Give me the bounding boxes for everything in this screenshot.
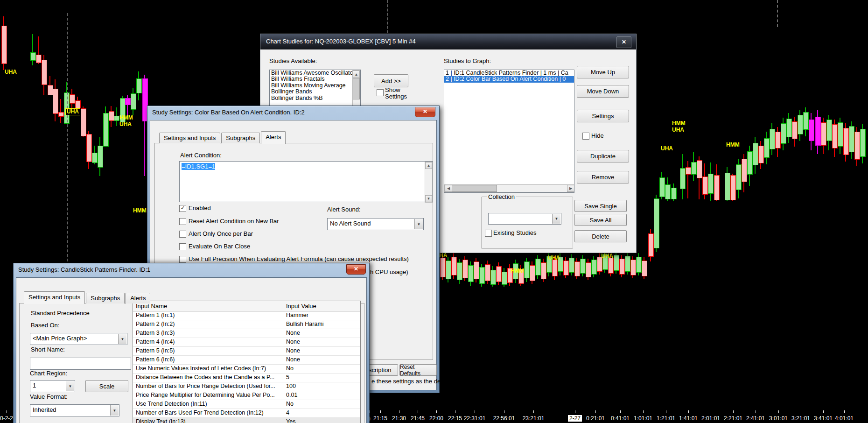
- alert-condition-scrollbar[interactable]: ▲ ▼: [425, 162, 433, 203]
- duplicate-button[interactable]: Duplicate: [577, 150, 629, 162]
- scroll-down-icon[interactable]: ▼: [425, 195, 432, 202]
- evaluate-on-bar-checkbox[interactable]: [179, 243, 186, 250]
- table-row[interactable]: Number of Bars Used For Trend Detection …: [133, 409, 360, 418]
- scroll-up-icon[interactable]: ▲: [353, 70, 360, 78]
- table-row[interactable]: Pattern 3 (In:3)None: [133, 329, 360, 338]
- candle-wick: [60, 99, 61, 123]
- close-icon[interactable]: ✕: [415, 107, 435, 117]
- input-value-cell: 4: [283, 409, 360, 417]
- chart-region-combobox[interactable]: 1 ▼: [30, 380, 75, 392]
- studies-to-graph-hscrollbar[interactable]: ◀ ▶: [444, 184, 574, 192]
- candle-body: [58, 112, 64, 117]
- candle-body: [758, 146, 764, 163]
- table-row[interactable]: Display Text (In:13)Yes: [133, 418, 360, 423]
- alert-only-once-checkbox[interactable]: [179, 231, 186, 238]
- candle-body: [691, 162, 697, 175]
- reset-defaults-button[interactable]: Reset Defaults: [399, 364, 437, 376]
- time-axis-tick: [533, 410, 534, 413]
- candle-body: [103, 113, 109, 147]
- collection-combobox[interactable]: ▼: [488, 213, 561, 225]
- table-row[interactable]: Price Range Multiplier for Determining V…: [133, 391, 360, 400]
- study-list-item[interactable]: Bill Williams Awesome Oscillator: [270, 70, 360, 76]
- tab-subgraphs[interactable]: Subgraphs: [221, 133, 260, 143]
- study-list-item[interactable]: Bollinger Bands %B: [270, 95, 360, 101]
- move-up-button[interactable]: Move Up: [577, 66, 629, 78]
- chevron-down-icon[interactable]: ▼: [118, 334, 126, 344]
- move-down-button[interactable]: Move Down: [577, 85, 629, 98]
- save-all-button[interactable]: Save All: [574, 214, 627, 226]
- chevron-down-icon[interactable]: ▼: [552, 214, 560, 224]
- close-icon[interactable]: ✕: [346, 264, 366, 275]
- candle-body: [474, 261, 479, 279]
- table-row[interactable]: Pattern 1 (In:1)Hammer: [133, 311, 360, 320]
- value-format-combobox[interactable]: Inherited ▼: [30, 404, 119, 416]
- study-list-item[interactable]: Bill Williams Moving Average: [270, 83, 360, 89]
- chevron-down-icon[interactable]: ▼: [414, 219, 423, 229]
- tab-alerts[interactable]: Alerts: [126, 293, 150, 303]
- tab-settings-and-inputs[interactable]: Settings and Inputs: [159, 133, 220, 143]
- candle-body: [826, 120, 832, 141]
- time-axis-tick: [756, 410, 756, 413]
- table-row[interactable]: Pattern 6 (In:6)None: [133, 356, 360, 365]
- use-full-precision-checkbox[interactable]: [179, 256, 186, 263]
- scroll-right-icon[interactable]: ▶: [567, 185, 574, 192]
- candle-body: [708, 174, 714, 194]
- study-list-item[interactable]: Bollinger Bands: [270, 89, 360, 95]
- alert-condition-textarea[interactable]: =ID1.SG1=1 ▲ ▼: [179, 161, 433, 202]
- inputs-table[interactable]: Input Name Input Value Pattern 1 (In:1)H…: [133, 301, 361, 423]
- scale-button[interactable]: Scale: [85, 380, 128, 392]
- tab-alerts[interactable]: Alerts: [261, 131, 286, 144]
- tab-settings-and-inputs[interactable]: Settings and Inputs: [24, 291, 85, 304]
- scrollbar-thumb[interactable]: [353, 78, 360, 99]
- based-on-combobox[interactable]: <Main Price Graph> ▼: [30, 333, 127, 345]
- table-row[interactable]: Pattern 5 (In:5)None: [133, 347, 360, 356]
- reset-alert-condition-checkbox[interactable]: [179, 218, 186, 225]
- study-collection-label: Collection: [487, 193, 516, 200]
- short-name-input[interactable]: [30, 358, 131, 370]
- graphed-study-item[interactable]: 2 | ID:2 Color Bar Based On Alert Condit…: [444, 76, 574, 82]
- graphed-study-item[interactable]: 1 | ID:1 CandleStick Patterns Finder | 1…: [444, 70, 574, 76]
- scroll-left-icon[interactable]: ◀: [445, 185, 452, 192]
- candle-body: [114, 116, 119, 121]
- save-single-button[interactable]: Save Single: [574, 200, 627, 212]
- time-axis-tick: [733, 410, 734, 413]
- alert-sound-combobox[interactable]: No Alert Sound ▼: [327, 218, 424, 230]
- value-format-value: Inherited: [33, 406, 56, 413]
- time-axis-label: 4:01:01: [823, 415, 865, 422]
- alert-sound-label: Alert Sound:: [327, 206, 361, 213]
- session-divider-line: [67, 13, 68, 261]
- candle-body: [131, 93, 136, 110]
- candle-body: [659, 177, 665, 197]
- close-icon[interactable]: ✕: [616, 36, 631, 48]
- table-row[interactable]: Pattern 2 (In:2)Bullish Harami: [133, 320, 360, 329]
- based-on-value: <Main Price Graph>: [33, 335, 87, 342]
- remove-button[interactable]: Remove: [577, 171, 629, 183]
- scroll-up-icon[interactable]: ▲: [425, 162, 432, 169]
- input-name-cell: Pattern 5 (In:5): [133, 347, 283, 355]
- candle-body: [775, 132, 781, 148]
- input-value-cell: No: [283, 365, 360, 373]
- existing-studies-checkbox[interactable]: [485, 230, 492, 237]
- delete-button[interactable]: Delete: [574, 230, 627, 242]
- add-study-button[interactable]: Add >>: [374, 74, 408, 87]
- settings-button[interactable]: Settings: [577, 110, 629, 122]
- table-row[interactable]: Pattern 4 (In:4)None: [133, 338, 360, 347]
- tab-subgraphs[interactable]: Subgraphs: [86, 293, 125, 303]
- chevron-down-icon[interactable]: ▼: [110, 405, 119, 416]
- show-settings-checkbox[interactable]: [377, 89, 384, 96]
- study-list-item[interactable]: Bill Williams Fractals: [270, 76, 360, 82]
- enabled-checkbox[interactable]: ✓: [179, 205, 186, 212]
- candle-body: [614, 255, 619, 271]
- chevron-down-icon[interactable]: ▼: [66, 381, 74, 391]
- table-row[interactable]: Use Numeric Values Instead of Letter Cod…: [133, 365, 360, 374]
- col-input-name: Input Name: [133, 301, 283, 311]
- table-row[interactable]: Use Trend Detection (In:11)No: [133, 400, 360, 409]
- table-row[interactable]: Number of Bars for Price Range Detection…: [133, 382, 360, 391]
- scrollbar-thumb[interactable]: [452, 185, 497, 192]
- chart-studies-titlebar[interactable]: Chart Studies for: NQ-202003-GLOBEX [CBV…: [260, 34, 636, 49]
- show-settings-label: ShowSettings: [385, 87, 407, 100]
- hide-checkbox[interactable]: [582, 133, 589, 140]
- table-row[interactable]: Distance Between the Codes and the Candl…: [133, 374, 360, 382]
- time-axis-label: 23:21:01: [512, 415, 554, 422]
- studies-to-graph-list[interactable]: ◀ ▶ 1 | ID:1 CandleStick Patterns Finder…: [444, 70, 574, 193]
